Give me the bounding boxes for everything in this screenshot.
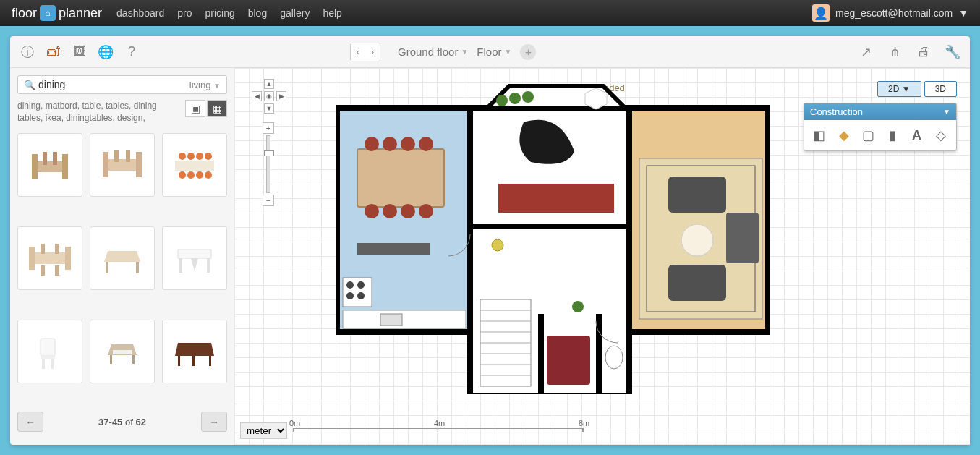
svg-rect-37 [132, 355, 135, 364]
pan-down-button[interactable]: ▼ [264, 103, 274, 114]
svg-rect-71 [668, 177, 726, 213]
scale-bar: meter 0m 4m 8m [240, 422, 584, 439]
pager-prev-button[interactable]: ← [17, 412, 43, 432]
svg-rect-63 [343, 310, 466, 328]
furniture-item[interactable] [90, 226, 155, 290]
room-tool[interactable]: ◧ [809, 124, 830, 146]
svg-rect-1 [32, 154, 38, 179]
view-2d-button[interactable]: 2D ▼ [877, 81, 921, 97]
nav-pricing[interactable]: pricing [205, 7, 234, 19]
nav-pro[interactable]: pro [177, 7, 192, 19]
pan-up-button[interactable]: ▲ [264, 79, 274, 89]
logo-left: floor [12, 6, 37, 21]
svg-rect-20 [29, 247, 35, 270]
export-icon[interactable]: ↗ [856, 42, 876, 62]
zoom-controls: + − [262, 122, 275, 206]
pan-left-button[interactable]: ◀ [252, 91, 262, 101]
globe-icon[interactable]: 🌐 [95, 42, 116, 62]
nav-dashboard[interactable]: dashboard [116, 7, 164, 19]
svg-rect-29 [179, 258, 182, 273]
furniture-item[interactable] [162, 226, 227, 290]
svg-rect-64 [380, 314, 402, 326]
furniture-item[interactable] [162, 133, 227, 197]
text-tool[interactable]: A [906, 124, 928, 146]
svg-point-16 [187, 171, 195, 179]
unit-select[interactable]: meter [240, 422, 287, 439]
svg-rect-31 [41, 339, 55, 356]
view-2d-button[interactable]: ▦ [207, 100, 227, 117]
furniture-item[interactable] [162, 320, 227, 383]
pan-center-button[interactable]: ◉ [264, 91, 274, 101]
svg-point-66 [496, 95, 508, 106]
svg-point-15 [179, 171, 186, 179]
nav-help[interactable]: help [323, 7, 341, 19]
svg-rect-36 [110, 355, 112, 364]
settings-icon[interactable]: 🔧 [942, 42, 963, 62]
main-toolbar: ⓘ 🛋 🖼 🌐 ? ‹ › Ground floor ▼ Floor ▼ + ↗… [10, 36, 970, 68]
search-input[interactable] [38, 79, 187, 90]
furniture-icon[interactable]: 🛋 [43, 42, 64, 62]
wall-tool[interactable]: ◆ [833, 124, 855, 146]
pager-text: 37-45 of 62 [98, 417, 146, 428]
view-3d-button[interactable]: ▣ [185, 100, 205, 117]
canvas[interactable]: ▲ ◀ ◉ ▶ ▼ + − First design loaded [234, 68, 970, 445]
svg-rect-32 [41, 356, 55, 359]
pager: ← 37-45 of 62 → [17, 406, 227, 438]
add-floor-button[interactable]: + [520, 44, 536, 60]
svg-point-60 [357, 281, 365, 289]
nav-gallery[interactable]: gallery [280, 7, 310, 19]
svg-point-50 [383, 137, 397, 151]
dimension-tool[interactable]: ◇ [930, 124, 952, 146]
avatar: 👤 [812, 4, 830, 22]
redo-button[interactable]: › [365, 43, 380, 61]
user-menu[interactable]: 👤 meg_escott@hotmail.com ▼ [812, 4, 968, 22]
floor-dropdown[interactable]: Floor ▼ [477, 44, 511, 60]
logo[interactable]: floor ⌂ planner [12, 5, 102, 21]
construction-header[interactable]: Construction ▼ [804, 103, 956, 120]
share-icon[interactable]: ⋔ [885, 42, 905, 62]
chevron-down-icon: ▼ [461, 48, 468, 56]
floor-level-dropdown[interactable]: Ground floor ▼ [398, 44, 468, 60]
view-3d-button[interactable]: 3D [924, 81, 957, 97]
furniture-item[interactable] [90, 320, 155, 383]
zoom-in-button[interactable]: + [263, 122, 274, 134]
svg-point-85 [492, 239, 503, 251]
help-icon[interactable]: ? [122, 42, 142, 62]
filter-dropdown[interactable]: living ▼ [189, 80, 221, 90]
furniture-item[interactable] [17, 226, 82, 290]
svg-point-61 [346, 292, 354, 299]
furniture-item[interactable] [90, 133, 155, 197]
svg-point-12 [187, 153, 195, 160]
undo-button[interactable]: ‹ [351, 43, 365, 61]
search-tags: dining, matbord, table, tables, dining t… [17, 100, 179, 124]
surface-tool[interactable]: ▢ [857, 124, 879, 146]
pan-right-button[interactable]: ▶ [276, 91, 286, 101]
svg-point-18 [205, 171, 212, 179]
pager-next-button[interactable]: → [201, 412, 227, 432]
nav-blog[interactable]: blog [248, 7, 267, 19]
svg-rect-3 [43, 152, 47, 165]
info-icon[interactable]: ⓘ [17, 42, 38, 62]
svg-point-17 [196, 171, 203, 179]
image-icon[interactable]: 🖼 [69, 42, 90, 62]
svg-point-67 [509, 93, 521, 104]
zoom-out-button[interactable]: − [263, 195, 274, 206]
zoom-slider[interactable] [266, 135, 270, 193]
svg-point-51 [401, 137, 415, 151]
svg-rect-28 [178, 250, 211, 258]
door-tool[interactable]: ▮ [882, 124, 903, 146]
svg-point-62 [357, 292, 365, 299]
svg-point-49 [365, 137, 379, 151]
print-icon[interactable]: 🖨 [913, 42, 934, 62]
chevron-down-icon: ▼ [958, 7, 968, 19]
zoom-handle[interactable] [264, 150, 274, 156]
svg-rect-21 [65, 247, 71, 270]
svg-rect-58 [343, 278, 372, 307]
svg-rect-40 [192, 356, 195, 366]
furniture-item[interactable] [17, 320, 82, 383]
svg-point-54 [383, 204, 397, 218]
floor-plan[interactable] [336, 82, 770, 394]
svg-rect-57 [357, 243, 430, 255]
furniture-item[interactable] [17, 133, 82, 197]
svg-rect-35 [113, 350, 132, 354]
